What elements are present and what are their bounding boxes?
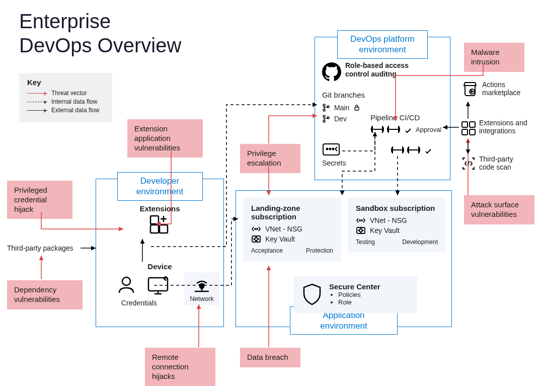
lock-icon xyxy=(353,104,360,111)
title-line-1: Enterprise xyxy=(19,10,111,32)
svg-point-31 xyxy=(359,220,360,221)
svg-point-9 xyxy=(200,284,204,288)
pipeline-stage-icon xyxy=(391,144,405,155)
network-box: Network xyxy=(184,272,219,305)
vnet-icon xyxy=(356,217,366,224)
svg-point-11 xyxy=(323,104,325,106)
developer-env-title: Developer environment xyxy=(117,172,203,201)
svg-point-30 xyxy=(255,238,258,241)
svg-rect-14 xyxy=(355,107,359,110)
third-party-scan-label: Third-party code scan xyxy=(479,155,529,171)
threat-attack-surface-vulns: Attack surface vulnerabilities xyxy=(464,195,534,224)
rbac-auditing-label: Role-based access control auditng xyxy=(345,61,411,79)
lz-protection-label: Protection xyxy=(306,247,333,254)
check-icon xyxy=(404,127,412,135)
secrets-label: Secrets xyxy=(322,159,346,167)
sb-development-label: Development xyxy=(402,239,438,246)
svg-point-34 xyxy=(359,229,362,232)
threat-remote-conn-hijacks: Remote connection hijacks xyxy=(145,348,215,386)
extensions-icon xyxy=(148,215,172,238)
application-environment: Application environment Landing-zone sub… xyxy=(236,190,452,327)
svg-rect-25 xyxy=(462,129,468,135)
solid-arrow-icon xyxy=(27,110,47,111)
landing-zone-box: Landing-zone subscription VNet - NSG Key… xyxy=(243,198,341,261)
svg-point-12 xyxy=(323,109,325,111)
secure-center-heading: Secure Center xyxy=(329,282,380,291)
credentials-icon xyxy=(116,275,136,295)
code-scan-icon xyxy=(461,156,476,171)
devops-env-title: DevOps platform environment xyxy=(337,30,428,59)
keyvault-icon xyxy=(356,226,366,234)
developer-environment: Developer environment Extensions Device … xyxy=(96,179,224,327)
pipeline-stage-icon xyxy=(370,124,384,135)
legend-internal-flow: Internal data flow xyxy=(27,98,104,105)
svg-point-27 xyxy=(255,228,256,229)
threat-dependency-vulns: Dependency vulnerabilities xyxy=(7,280,83,309)
legend-heading: Key xyxy=(27,78,104,87)
extensions-integrations-label: Extensions and integrations xyxy=(479,119,537,135)
extensions-label: Extensions xyxy=(96,204,223,213)
pipeline-label: Pipeline CI/CD xyxy=(370,113,420,122)
svg-point-16 xyxy=(323,120,325,122)
credentials-label: Credentials xyxy=(121,299,157,307)
third-party-packages-label: Third-party packages xyxy=(7,244,73,252)
shield-icon xyxy=(302,283,322,305)
device-label: Device xyxy=(96,262,223,271)
svg-point-5 xyxy=(122,277,130,285)
legend-key: Key Threat vector Internal data flow Ext… xyxy=(19,73,112,122)
check-icon xyxy=(424,147,432,155)
approval-label: Approval xyxy=(416,126,441,133)
lz-keyvault-label: Key Vault xyxy=(265,235,295,243)
main-branch-label: Main xyxy=(334,104,349,112)
svg-rect-23 xyxy=(462,122,468,127)
svg-point-32 xyxy=(361,220,362,221)
svg-point-28 xyxy=(257,228,258,229)
branch-icon xyxy=(322,115,330,123)
branch-icon xyxy=(322,104,330,112)
dashed-arrow-icon xyxy=(27,102,47,102)
network-icon xyxy=(192,276,212,293)
threat-malware-intrusion: Malware intrusion xyxy=(464,43,524,72)
landing-zone-heading: Landing-zone subscription xyxy=(251,204,333,221)
sb-keyvault-label: Key Vault xyxy=(370,226,400,234)
title-line-2: DevOps Overview xyxy=(19,34,181,56)
pipeline-stage-icon xyxy=(407,144,421,155)
svg-rect-0 xyxy=(150,225,159,233)
secrets-icon xyxy=(322,143,340,157)
github-icon xyxy=(322,62,341,82)
red-arrow-icon xyxy=(27,93,47,94)
extensions-integrations-icon xyxy=(461,121,476,136)
svg-rect-2 xyxy=(150,216,159,224)
device-icon xyxy=(146,275,172,296)
keyvault-icon xyxy=(251,235,261,243)
svg-point-19 xyxy=(327,148,328,150)
vnet-icon xyxy=(251,225,261,232)
network-label: Network xyxy=(188,295,215,302)
secure-center-policies: Policies xyxy=(338,291,380,298)
threat-privileged-credential-hijack: Privileged credential hijack xyxy=(7,181,72,219)
sb-vnet-label: VNet - NSG xyxy=(370,216,407,224)
svg-rect-1 xyxy=(160,225,168,233)
sandbox-heading: Sandbox subscription xyxy=(356,204,438,212)
legend-external-flow: External data flow xyxy=(27,107,104,114)
sb-testing-label: Testing xyxy=(356,239,375,246)
threat-data-breach: Data breach xyxy=(240,348,300,367)
lz-acceptance-label: Acceptance xyxy=(251,247,283,254)
devops-environment: DevOps platform environment Role-based a… xyxy=(315,37,450,180)
secure-center-box: Secure Center Policies Role xyxy=(294,276,417,313)
git-branches-label: Git branches xyxy=(322,91,365,99)
threat-extension-app-vulns: Extension application vulnerabilities xyxy=(127,119,203,158)
svg-rect-24 xyxy=(470,122,475,127)
svg-point-20 xyxy=(330,148,331,150)
threat-privilege-escalation: Privilege escalation xyxy=(240,144,300,173)
svg-point-15 xyxy=(323,115,325,117)
legend-threat-vector: Threat vector xyxy=(27,90,104,97)
page-title: Enterprise DevOps Overview xyxy=(19,9,181,57)
lz-vnet-label: VNet - NSG xyxy=(265,225,302,233)
actions-marketplace-label: Actions marketplace xyxy=(482,81,532,97)
pipeline-stage-icon xyxy=(386,124,401,135)
marketplace-icon xyxy=(461,81,478,98)
svg-point-21 xyxy=(333,148,334,150)
dev-branch-label: Dev xyxy=(334,115,347,123)
secure-center-role: Role xyxy=(338,298,380,306)
